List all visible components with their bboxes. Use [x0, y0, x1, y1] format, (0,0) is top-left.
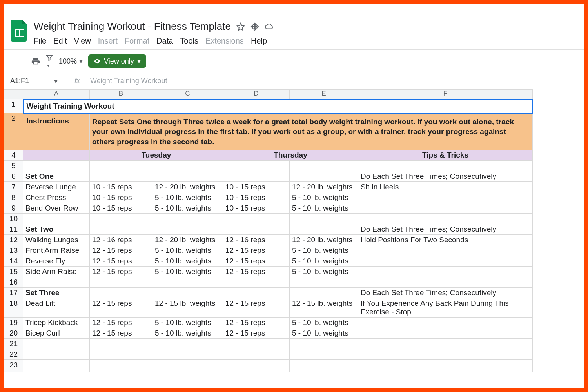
cell[interactable]	[358, 161, 533, 171]
cell[interactable]	[223, 171, 290, 182]
tip-text[interactable]	[358, 192, 533, 203]
weight-cell[interactable]: 5 - 10 lb. weights	[152, 203, 223, 214]
tip-text[interactable]	[358, 256, 533, 267]
sheet-title-cell[interactable]: Weight Training Workout	[23, 99, 533, 113]
reps-cell[interactable]: 12 - 15 reps	[90, 318, 152, 328]
exercise-name[interactable]: Chest Press	[23, 192, 90, 203]
exercise-name[interactable]: Side Arm Raise	[23, 267, 90, 277]
cell[interactable]	[290, 349, 358, 360]
weight-cell[interactable]: 5 - 10 lb. weights	[290, 328, 358, 339]
weight-cell[interactable]: 5 - 10 lb. weights	[290, 245, 358, 256]
exercise-name[interactable]: Bicep Curl	[23, 328, 90, 339]
cell[interactable]	[358, 360, 533, 370]
reps-cell[interactable]: 12 - 15 reps	[90, 298, 152, 318]
exercise-name[interactable]: Reverse Fly	[23, 256, 90, 267]
cell[interactable]	[90, 214, 152, 224]
cell[interactable]	[290, 171, 358, 182]
row-header[interactable]: 4	[4, 150, 23, 161]
cell[interactable]	[223, 214, 290, 224]
cell[interactable]	[358, 214, 533, 224]
set-name[interactable]: Set One	[23, 171, 90, 182]
reps-cell[interactable]: 12 - 15 reps	[223, 298, 290, 318]
menu-data[interactable]: Data	[156, 36, 173, 45]
menu-edit[interactable]: Edit	[53, 36, 67, 45]
row-header[interactable]: 15	[4, 267, 23, 277]
cell[interactable]	[358, 370, 533, 372]
cloud-saved-icon[interactable]	[265, 22, 274, 31]
cell[interactable]	[23, 150, 90, 161]
day-tuesday[interactable]: Tuesday	[90, 150, 223, 161]
reps-cell[interactable]: 10 - 15 reps	[90, 192, 152, 203]
reps-cell[interactable]: 10 - 15 reps	[90, 182, 152, 192]
weight-cell[interactable]: 5 - 10 lb. weights	[290, 318, 358, 328]
exercise-name[interactable]: Dead Lift	[23, 298, 90, 318]
row-header[interactable]: 7	[4, 182, 23, 192]
cell[interactable]	[290, 161, 358, 171]
cell[interactable]	[223, 370, 290, 372]
cell[interactable]	[152, 360, 223, 370]
tip-text[interactable]: Do Each Set Three Times; Consecutively	[358, 288, 533, 298]
weight-cell[interactable]: 5 - 10 lb. weights	[152, 245, 223, 256]
exercise-name[interactable]: Front Arm Raise	[23, 245, 90, 256]
cell[interactable]	[152, 277, 223, 288]
row-header[interactable]: 12	[4, 235, 23, 245]
row-header[interactable]: 6	[4, 171, 23, 182]
tip-text[interactable]: Do Each Set Three Times; Consecutively	[358, 224, 533, 235]
tip-text[interactable]	[358, 203, 533, 214]
cell[interactable]	[90, 288, 152, 298]
chevron-down-icon[interactable]: ▾	[79, 57, 83, 65]
view-only-button[interactable]: View only ▾	[88, 54, 146, 68]
tips-header[interactable]: Tips & Tricks	[358, 150, 533, 161]
cell[interactable]	[290, 214, 358, 224]
star-icon[interactable]	[236, 22, 245, 31]
tip-text[interactable]	[358, 245, 533, 256]
cell[interactable]	[23, 360, 90, 370]
tip-text[interactable]	[358, 267, 533, 277]
cell[interactable]	[90, 360, 152, 370]
move-icon[interactable]	[250, 22, 259, 31]
reps-cell[interactable]: 10 - 15 reps	[223, 203, 290, 214]
name-box[interactable]	[8, 75, 50, 87]
filter-icon[interactable]	[45, 54, 53, 69]
weight-cell[interactable]: 12 - 15 lb. weights	[290, 298, 358, 318]
row-header[interactable]: 21	[4, 370, 23, 372]
day-thursday[interactable]: Thursday	[223, 150, 358, 161]
reps-cell[interactable]: 12 - 15 reps	[223, 256, 290, 267]
select-all-corner[interactable]	[4, 90, 23, 99]
cell[interactable]	[152, 224, 223, 235]
cell[interactable]	[90, 171, 152, 182]
cell[interactable]	[152, 161, 223, 171]
col-header-A[interactable]: A	[23, 90, 90, 99]
set-name[interactable]: Set Two	[23, 224, 90, 235]
menu-help[interactable]: Help	[251, 36, 267, 45]
cell[interactable]	[290, 370, 358, 372]
weight-cell[interactable]: 12 - 20 lb. weights	[152, 235, 223, 245]
col-header-B[interactable]: B	[90, 90, 152, 99]
row-header[interactable]: 22	[4, 349, 23, 360]
menu-view[interactable]: View	[74, 36, 91, 45]
col-header-D[interactable]: D	[223, 90, 290, 99]
formula-input[interactable]	[88, 75, 580, 87]
row-header[interactable]: 1	[4, 99, 23, 113]
zoom-level[interactable]: 100%	[59, 57, 77, 65]
weight-cell[interactable]: 5 - 10 lb. weights	[290, 192, 358, 203]
weight-cell[interactable]: 12 - 15 lb. weights	[152, 298, 223, 318]
reps-cell[interactable]: 12 - 16 reps	[223, 235, 290, 245]
exercise-name[interactable]: Tricep Kickback	[23, 318, 90, 328]
exercise-name[interactable]: Reverse Lunge	[23, 182, 90, 192]
tip-text[interactable]	[358, 318, 533, 328]
cell[interactable]	[23, 349, 90, 360]
row-header[interactable]: 17	[4, 288, 23, 298]
instructions-text[interactable]: Repeat Sets One through Three twice a we…	[90, 113, 533, 150]
cell[interactable]	[223, 360, 290, 370]
row-header[interactable]: 11	[4, 224, 23, 235]
reps-cell[interactable]: 10 - 15 reps	[223, 182, 290, 192]
weight-cell[interactable]: 5 - 10 lb. weights	[152, 328, 223, 339]
row-header[interactable]: 14	[4, 256, 23, 267]
row-header[interactable]: 19	[4, 318, 23, 328]
cell[interactable]	[90, 277, 152, 288]
exercise-name[interactable]: Walking Lunges	[23, 235, 90, 245]
cell[interactable]	[90, 349, 152, 360]
row-header[interactable]: 23	[4, 360, 23, 370]
cell[interactable]	[223, 277, 290, 288]
